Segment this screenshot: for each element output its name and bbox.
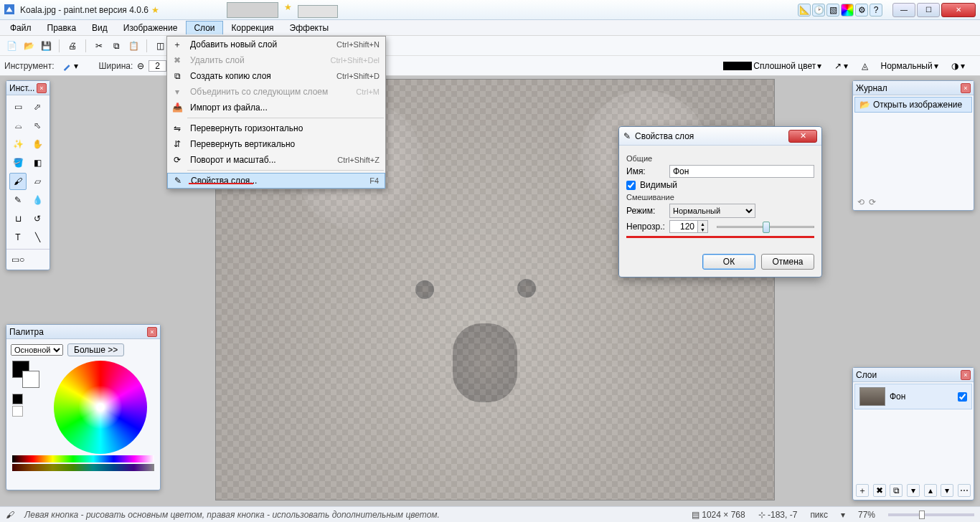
layer-properties-icon[interactable]: ⋯ [958,484,971,497]
layer-name-input[interactable] [669,165,814,178]
tool-gradient[interactable]: ◧ [29,154,46,171]
tools-panel[interactable]: Инст...× ▭ ⬀ ⌓ ⬁ ✨ ✋ 🪣 ◧ 🖌 ▱ ✎ 💧 ⊔ ↺ T ╲… [6,80,50,270]
units-label[interactable]: пикс [810,510,828,520]
minimize-button[interactable]: — [892,3,915,17]
layer-properties-dialog[interactable]: ✎ Свойства слоя ✕ Общие Имя: Видимый Сме… [618,126,822,277]
close-icon[interactable]: × [147,327,157,337]
crop-icon[interactable]: ◫ [153,39,167,53]
menu-layers[interactable]: Слои [186,21,222,34]
merge-down-icon[interactable]: ▾ [907,484,920,497]
tool-shapes[interactable]: ▭○ [9,251,27,268]
menu-image[interactable]: Изображение [116,22,185,34]
menu-edit[interactable]: Правка [40,22,84,34]
cut-icon[interactable]: ✂ [92,39,106,53]
gear-icon[interactable]: ⚙ [855,4,868,16]
tool-pencil[interactable]: ✎ [9,191,27,209]
zoom-level[interactable]: 77% [858,510,875,520]
maximize-button[interactable]: ☐ [917,3,940,17]
color-ramp-dark[interactable] [12,464,154,471]
history-redo-icon[interactable]: ⟳ [869,197,876,207]
width-value[interactable]: 2 [149,60,166,72]
history-undo-icon[interactable]: ⟲ [857,197,864,207]
new-file-icon[interactable]: 📄 [4,39,19,53]
layer-row[interactable]: Фон [854,384,972,409]
close-button[interactable]: ✕ [941,3,976,17]
delete-layer-icon[interactable]: ✖ [873,484,886,497]
help-icon[interactable]: ? [870,4,882,16]
menu-item-duplicate-layer[interactable]: ⧉Создать копию слояCtrl+Shift+D [167,68,385,84]
menu-file[interactable]: Файл [3,22,39,34]
tool-eraser[interactable]: ▱ [29,173,46,190]
ok-button[interactable]: ОК [702,254,755,270]
blend-mode-select[interactable]: Нормальный [669,204,755,218]
tool-text[interactable]: T [9,229,27,246]
print-icon[interactable]: 🖨 [65,39,80,53]
doc-thumb-2[interactable] [298,5,338,18]
tool-magic-wand[interactable]: ✨ [9,136,27,153]
swap-colors-icon[interactable] [12,394,23,404]
tool-fill[interactable]: 🪣 [9,154,27,171]
menu-effects[interactable]: Эффекты [283,22,336,34]
instrument-dropdown[interactable]: ▾ [59,60,82,72]
overwrite-icon[interactable]: ◑ ▾ [948,60,969,72]
close-icon[interactable]: × [37,83,47,93]
move-up-icon[interactable]: ▴ [924,484,937,497]
copy-icon[interactable]: ⧉ [109,39,123,53]
line-style-dropdown[interactable]: ↗ ▾ [831,60,852,72]
antialias-icon[interactable]: ◬ [858,60,872,72]
colors-panel[interactable]: Палитра× Основной Больше >> [6,324,161,490]
zoom-slider[interactable] [888,513,974,516]
history-panel[interactable]: Журнал× 📂 Открыть изображение ⟲⟳ [852,80,974,211]
menu-item-import[interactable]: 📥Импорт из файла... [167,100,385,115]
tool-recolor[interactable]: ↺ [29,210,46,227]
add-layer-icon[interactable]: ＋ [856,484,869,497]
visible-checkbox[interactable] [626,181,636,190]
layer-visible-checkbox[interactable] [958,392,967,402]
layers-panel[interactable]: Слои× Фон ＋ ✖ ⧉ ▾ ▴ ▾ ⋯ [852,367,974,500]
tool-move-selection[interactable]: ⬀ [29,98,46,115]
tool-clone-stamp[interactable]: ⊔ [9,210,27,227]
color-wheel[interactable] [54,361,147,454]
close-icon[interactable]: × [961,83,971,93]
tool-paintbrush[interactable]: 🖌 [9,173,27,190]
wheel-icon[interactable] [841,4,854,16]
menu-item-rotate-zoom[interactable]: ⟳Поворот и масштаб...Ctrl+Shift+Z [167,152,385,168]
menu-item-layer-properties[interactable]: ✎Свойства слоя...F4 [167,173,385,189]
menu-item-flip-h[interactable]: ⇋Перевернуть горизонтально [167,120,385,136]
tool-pan[interactable]: ✋ [29,136,46,153]
open-file-icon[interactable]: 📂 [22,39,36,53]
more-button[interactable]: Больше >> [67,343,124,356]
clock-icon[interactable]: 🕑 [812,4,825,16]
menu-adjustments[interactable]: Коррекция [225,22,281,34]
paste-icon[interactable]: 📋 [126,39,141,53]
opacity-spinner[interactable]: ▲▼ [698,220,708,233]
opacity-input[interactable] [669,220,698,233]
tool-lasso[interactable]: ⌓ [9,117,27,134]
close-icon[interactable]: × [961,370,971,380]
opacity-slider[interactable] [717,220,814,233]
layers-util-icon[interactable]: ▧ [826,4,839,16]
fill-style-dropdown[interactable]: Сплошной цвет ▾ [720,60,825,72]
cancel-button[interactable]: Отмена [761,254,814,270]
menu-item-flip-v[interactable]: ⇵Перевернуть вертикально [167,136,385,152]
menu-view[interactable]: Вид [85,22,115,34]
save-icon[interactable]: 💾 [39,39,53,53]
tool-move-pixels[interactable]: ⬁ [29,117,46,134]
color-swatches[interactable] [12,361,44,389]
reset-colors-icon[interactable] [12,406,23,417]
tool-line[interactable]: ╲ [29,229,46,246]
tool-color-picker[interactable]: 💧 [29,191,46,209]
ruler-icon[interactable]: 📐 [798,4,811,16]
color-mode-select[interactable]: Основной [11,344,63,356]
history-item[interactable]: 📂 Открыть изображение [854,97,972,113]
duplicate-layer-icon[interactable]: ⧉ [890,484,903,497]
menu-item-add-layer[interactable]: ＋Добавить новый слойCtrl+Shift+N [167,37,385,52]
tool-rect-select[interactable]: ▭ [9,98,27,115]
move-down-icon[interactable]: ▾ [941,484,953,497]
doc-thumb-1[interactable] [227,2,278,18]
dialog-close-button[interactable]: ✕ [788,130,817,143]
dialog-titlebar[interactable]: ✎ Свойства слоя ✕ [619,127,821,146]
blend-mode-dropdown[interactable]: Нормальный ▾ [877,60,942,72]
width-decrement[interactable]: ⊖ [137,61,144,71]
color-ramp-bright[interactable] [12,455,154,462]
